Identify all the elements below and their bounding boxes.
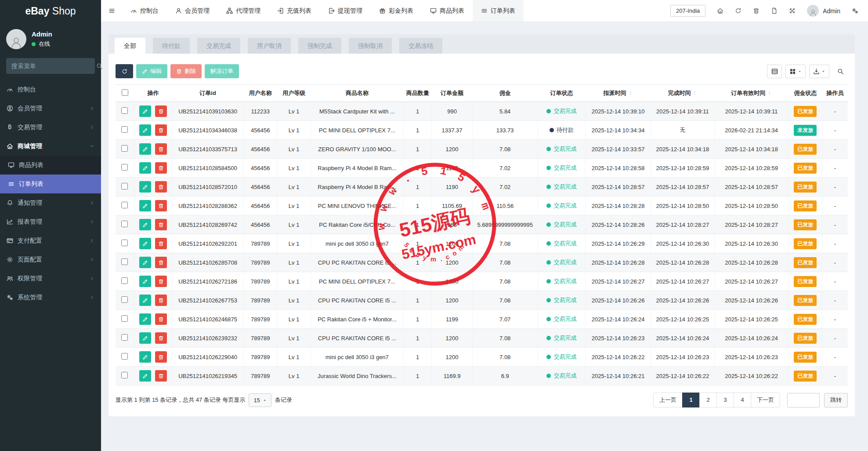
row-delete-button[interactable] [155,105,167,117]
row-checkbox[interactable] [121,145,128,152]
admin-menu[interactable]: Admin [807,5,840,17]
row-checkbox[interactable] [121,277,128,284]
row-delete-button[interactable] [155,370,167,382]
page-button[interactable]: 4 [734,393,751,407]
row-checkbox[interactable] [121,296,128,303]
column-header[interactable]: 商品数量 [403,85,431,102]
sidebar-item[interactable]: 通知管理 [0,193,101,212]
sort-icon[interactable] [767,91,772,95]
clear-cache-button[interactable] [753,7,760,14]
refresh-button[interactable] [116,64,133,78]
jump-button[interactable]: 跳转 [824,393,848,407]
home-button[interactable] [717,7,723,14]
sort-icon[interactable] [628,91,633,95]
unfreeze-order-button[interactable]: 解冻订单 [205,64,239,78]
topnav-item[interactable]: 提现管理 [320,0,371,22]
sidebar-item[interactable]: 页面配置 [0,250,101,269]
delete-button[interactable]: 删除 [170,64,202,78]
column-header[interactable]: 佣金 [472,85,538,102]
export-button[interactable] [809,65,829,78]
status-tab[interactable]: 交易冻结 [399,38,442,54]
topnav-item[interactable]: 会员管理 [167,0,218,22]
prev-page-button[interactable]: 上一页 [653,393,683,407]
row-delete-button[interactable] [155,200,167,211]
row-checkbox[interactable] [121,221,128,227]
row-edit-button[interactable] [139,370,151,382]
topnav-item[interactable]: 代理管理 [218,0,269,22]
row-checkbox[interactable] [121,315,128,322]
row-delete-button[interactable] [155,295,167,306]
next-page-button[interactable]: 下一页 [751,393,780,407]
row-checkbox[interactable] [121,353,128,360]
column-header[interactable]: 操作 [134,85,172,102]
topnav-item[interactable]: 彩金列表 [371,0,422,22]
row-edit-button[interactable] [139,143,151,155]
column-header[interactable]: 订单状态 [538,85,586,102]
row-edit-button[interactable] [139,276,151,287]
column-header[interactable]: 用户名称 [244,85,277,102]
column-header[interactable]: 操作员 [822,85,848,102]
refresh-button[interactable] [735,7,741,14]
column-header[interactable]: 完成时间 [651,85,714,102]
page-button[interactable]: 1 [682,393,700,407]
row-checkbox[interactable] [121,202,128,208]
row-delete-button[interactable] [155,332,167,344]
row-edit-button[interactable] [139,219,151,230]
row-delete-button[interactable] [155,143,167,155]
row-edit-button[interactable] [139,181,151,193]
row-edit-button[interactable] [139,162,151,174]
docs-button[interactable] [771,7,778,14]
sidebar-item[interactable]: 控制台 [0,80,101,99]
sidebar-item[interactable]: 订单列表 [0,175,101,193]
topnav-item[interactable]: 充值列表 [269,0,320,22]
status-tab[interactable]: 强制取消 [349,38,392,54]
row-checkbox[interactable] [121,334,128,341]
jump-page-input[interactable] [787,393,820,407]
row-checkbox[interactable] [121,164,128,171]
row-delete-button[interactable] [155,313,167,325]
sidebar-item[interactable]: 支付配置 [0,231,101,250]
row-edit-button[interactable] [139,351,151,363]
row-delete-button[interactable] [155,181,167,193]
row-checkbox[interactable] [121,258,128,265]
row-delete-button[interactable] [155,276,167,287]
row-checkbox[interactable] [121,240,128,246]
sidebar-item[interactable]: 商品列表 [0,156,101,175]
status-tab[interactable]: 待付款 [153,38,190,54]
row-edit-button[interactable] [139,295,151,306]
sidebar-toggle-button[interactable] [101,0,122,22]
page-size-dropdown[interactable]: 15 [249,393,271,407]
column-header[interactable]: 用户等级 [277,85,311,102]
toggle-view-button[interactable] [767,65,782,78]
search-button[interactable] [833,65,848,78]
page-button[interactable]: 2 [699,393,717,407]
row-edit-button[interactable] [139,332,151,344]
row-edit-button[interactable] [139,105,151,117]
sidebar-search-button[interactable] [96,58,103,74]
edit-button[interactable]: 编辑 [136,64,167,78]
status-tab[interactable]: 交易完成 [197,38,240,54]
row-edit-button[interactable] [139,257,151,268]
column-header[interactable]: 订单有效时间 [714,85,788,102]
column-header[interactable]: 佣金状态 [788,85,822,102]
columns-button[interactable] [785,65,806,78]
sidebar-item[interactable]: 权限管理 [0,269,101,288]
status-tab[interactable]: 用户取消 [248,38,291,54]
row-delete-button[interactable] [155,238,167,249]
row-checkbox[interactable] [121,126,128,133]
region-selector[interactable]: 207-India [670,5,705,17]
row-delete-button[interactable] [155,257,167,268]
sidebar-item[interactable]: 交易管理 [0,118,101,137]
status-tab[interactable]: 全部 [115,38,145,54]
column-header[interactable]: 指派时间 [586,85,651,102]
fullscreen-button[interactable] [789,7,796,14]
row-checkbox[interactable] [121,183,128,189]
row-checkbox[interactable] [121,107,128,114]
sidebar-search-input[interactable] [6,62,96,69]
column-header[interactable]: 订单金额 [432,85,472,102]
column-header[interactable]: 订单id [172,85,244,102]
sidebar-item[interactable]: 报表管理 [0,212,101,231]
page-button[interactable]: 3 [716,393,734,407]
topnav-item[interactable]: 控制台 [122,0,167,22]
row-delete-button[interactable] [155,124,167,136]
